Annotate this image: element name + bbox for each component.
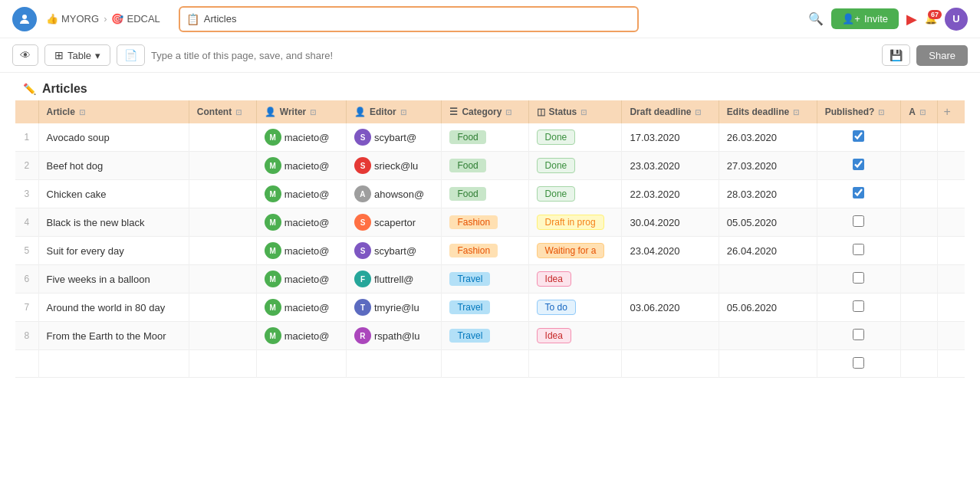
published-checkbox[interactable] bbox=[853, 215, 864, 227]
page-title-input[interactable] bbox=[151, 46, 876, 65]
writer-avatar: M bbox=[265, 242, 281, 259]
content-cell bbox=[189, 152, 256, 180]
category-badge[interactable]: Travel bbox=[449, 329, 490, 343]
category-col-icon: ☰ bbox=[449, 107, 458, 117]
top-navigation: 👍 MYORG › 🎯 EDCAL 📋 Articles 🔍 👤+ Invite… bbox=[0, 0, 980, 38]
status-badge[interactable]: Done bbox=[537, 130, 576, 145]
add-column-button[interactable]: + bbox=[938, 102, 957, 122]
view-toggle-button[interactable]: 👁 bbox=[12, 44, 38, 66]
published-cell bbox=[817, 237, 900, 265]
export-button[interactable]: 📄 bbox=[117, 44, 145, 66]
status-badge[interactable]: Waiting for a bbox=[537, 243, 605, 258]
col-editor-header: 👤 Editor ⊡ bbox=[346, 100, 441, 123]
add-col-cell bbox=[937, 152, 965, 180]
writer-email: macieto@ bbox=[284, 132, 330, 143]
editor-email: ahowson@ bbox=[374, 189, 424, 200]
status-badge[interactable]: To do bbox=[537, 300, 576, 315]
content-cell bbox=[189, 237, 256, 265]
status-badge[interactable]: Idea bbox=[537, 328, 571, 343]
sort-icon[interactable]: ⊡ bbox=[235, 108, 242, 116]
col-edits-deadline-header: Edits deadline ⊡ bbox=[719, 100, 817, 123]
col-a-header: A ⊡ bbox=[901, 100, 937, 123]
category-badge[interactable]: Fashion bbox=[449, 244, 498, 257]
sort-icon[interactable]: ⊡ bbox=[400, 108, 406, 116]
writer-col-icon: 👤 bbox=[265, 107, 276, 117]
status-badge[interactable]: Done bbox=[537, 186, 576, 202]
search-tab-label[interactable]: Articles bbox=[204, 13, 237, 25]
sort-icon[interactable]: ⊡ bbox=[793, 108, 799, 116]
row-num: 8 bbox=[15, 322, 38, 350]
draft-deadline-cell: 30.04.2020 bbox=[622, 208, 719, 237]
sort-icon[interactable]: ⊡ bbox=[580, 108, 587, 116]
sort-icon[interactable]: ⊡ bbox=[878, 108, 884, 116]
article-cell: From the Earth to the Moor bbox=[38, 322, 189, 350]
published-checkbox[interactable] bbox=[853, 187, 864, 198]
breadcrumb-org[interactable]: 👍 MYORG bbox=[46, 13, 99, 25]
writer-avatar: M bbox=[265, 157, 281, 174]
draft-deadline-cell: 23.03.2020 bbox=[622, 152, 719, 180]
writer-email: macieto@ bbox=[284, 245, 330, 257]
status-cell: Idea bbox=[528, 265, 622, 294]
published-cell bbox=[817, 208, 900, 237]
table-row: 7Around the world in 80 day M macieto@ T… bbox=[15, 294, 965, 322]
category-badge[interactable]: Food bbox=[449, 130, 485, 144]
org-label[interactable]: MYORG bbox=[61, 13, 99, 25]
col-article-header: Article ⊡ bbox=[38, 100, 189, 123]
sort-icon[interactable]: ⊡ bbox=[695, 108, 701, 116]
published-col-label: Published? bbox=[825, 107, 875, 117]
published-checkbox[interactable] bbox=[853, 300, 864, 312]
current-label[interactable]: EDCAL bbox=[127, 13, 159, 25]
table-row: 1Avocado soup M macieto@ S scybart@ Food… bbox=[15, 123, 965, 152]
table-view-button[interactable]: ⊞ Table ▾ bbox=[44, 44, 110, 66]
table-row: 5Suit for every day M macieto@ S scybart… bbox=[15, 237, 965, 265]
breadcrumb-current[interactable]: 🎯 EDCAL bbox=[111, 13, 159, 25]
sort-icon[interactable]: ⊡ bbox=[919, 108, 926, 116]
row-num: 5 bbox=[15, 237, 38, 265]
status-badge[interactable]: Idea bbox=[537, 271, 571, 287]
edit-icon: ✏️ bbox=[23, 83, 36, 95]
category-badge[interactable]: Fashion bbox=[449, 215, 498, 229]
writer-email: macieto@ bbox=[284, 160, 330, 172]
search-icon[interactable]: 🔍 bbox=[808, 11, 824, 26]
svg-point-0 bbox=[22, 15, 27, 19]
breadcrumb: 👍 MYORG › 🎯 EDCAL bbox=[46, 13, 160, 25]
editor-avatar: S bbox=[354, 157, 371, 174]
sort-icon[interactable]: ⊡ bbox=[310, 108, 316, 116]
sort-icon[interactable]: ⊡ bbox=[505, 108, 511, 116]
content-cell bbox=[189, 265, 256, 294]
category-cell: Travel bbox=[442, 294, 528, 322]
articles-table-wrap: Article ⊡ Content ⊡ 👤 Writer ⊡ bbox=[0, 100, 980, 378]
status-badge[interactable]: Done bbox=[537, 158, 576, 173]
user-avatar[interactable]: U bbox=[945, 8, 968, 31]
published-checkbox[interactable] bbox=[853, 244, 864, 255]
published-checkbox[interactable] bbox=[853, 159, 864, 170]
empty-published-checkbox[interactable] bbox=[853, 357, 864, 369]
category-badge[interactable]: Travel bbox=[449, 300, 490, 314]
sort-icon[interactable]: ⊡ bbox=[79, 108, 85, 116]
published-checkbox[interactable] bbox=[853, 130, 864, 142]
col-draft-deadline-header: Draft deadline ⊡ bbox=[622, 100, 719, 123]
category-badge[interactable]: Food bbox=[449, 159, 485, 172]
articles-icon: 📋 bbox=[186, 13, 199, 25]
draft-deadline-col-label: Draft deadline bbox=[630, 107, 691, 117]
category-badge[interactable]: Food bbox=[449, 187, 485, 201]
add-col-cell bbox=[937, 294, 965, 322]
article-col-label: Article bbox=[47, 107, 75, 117]
save-button[interactable]: 💾 bbox=[882, 44, 910, 66]
share-button[interactable]: Share bbox=[916, 45, 968, 66]
a-cell bbox=[901, 208, 937, 237]
category-badge[interactable]: Travel bbox=[449, 272, 490, 286]
articles-table: Article ⊡ Content ⊡ 👤 Writer ⊡ bbox=[15, 100, 965, 378]
invite-button[interactable]: 👤+ Invite bbox=[831, 8, 899, 29]
notification-bell[interactable]: 🔔 67 bbox=[925, 13, 937, 25]
published-checkbox[interactable] bbox=[853, 272, 864, 284]
article-cell: Avocado soup bbox=[38, 123, 189, 152]
add-col-cell bbox=[937, 208, 965, 237]
draft-deadline-cell: 03.06.2020 bbox=[622, 294, 719, 322]
published-checkbox[interactable] bbox=[853, 329, 864, 340]
youtube-icon[interactable]: ▶ bbox=[906, 11, 917, 28]
published-cell bbox=[817, 180, 900, 208]
table-row: 4Black is the new black M macieto@ S sca… bbox=[15, 208, 965, 237]
status-badge[interactable]: Draft in prog bbox=[537, 215, 604, 230]
writer-avatar: M bbox=[265, 129, 281, 146]
